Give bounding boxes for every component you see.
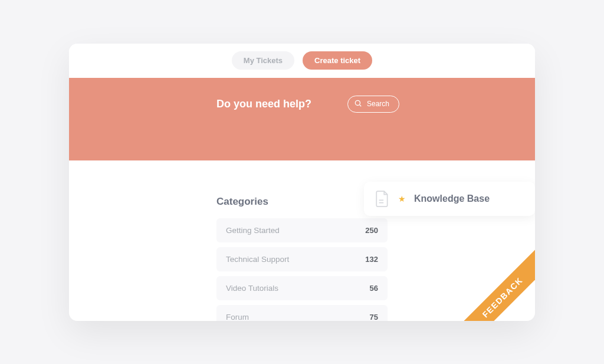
category-item-forum[interactable]: Forum 75	[216, 305, 388, 321]
search-button[interactable]: Search	[347, 96, 399, 113]
category-item-getting-started[interactable]: Getting Started 250	[216, 218, 388, 242]
top-nav: My Tickets Create ticket	[69, 44, 535, 78]
hero-inner: Do you need help? Search	[216, 96, 399, 113]
category-item-technical-support[interactable]: Technical Support 132	[216, 247, 388, 271]
category-name: Forum	[226, 313, 249, 321]
knowledge-base-title: Knowledge Base	[414, 194, 490, 204]
search-label: Search	[367, 100, 389, 108]
categories-heading: Categories	[216, 196, 388, 208]
feedback-ribbon[interactable]: FEEDBACK	[451, 246, 535, 321]
category-count: 250	[365, 226, 378, 235]
document-icon	[375, 190, 390, 208]
hero-banner: Do you need help? Search	[69, 78, 535, 160]
category-name: Getting Started	[226, 226, 280, 235]
main-body: ★ Knowledge Base Categories Getting Star…	[216, 160, 388, 321]
star-icon: ★	[398, 194, 406, 204]
help-center-card: My Tickets Create ticket Do you need hel…	[69, 44, 535, 321]
search-icon	[354, 99, 362, 109]
hero-title: Do you need help?	[216, 98, 311, 110]
category-count: 75	[370, 313, 378, 321]
svg-line-1	[360, 104, 362, 106]
category-name: Technical Support	[226, 255, 289, 264]
category-count: 132	[365, 255, 378, 264]
knowledge-base-card[interactable]: ★ Knowledge Base	[364, 182, 535, 216]
create-ticket-button[interactable]: Create ticket	[303, 51, 372, 70]
svg-point-0	[355, 100, 360, 105]
category-count: 56	[370, 284, 378, 293]
my-tickets-button[interactable]: My Tickets	[232, 51, 294, 70]
category-item-video-tutorials[interactable]: Video Tutorials 56	[216, 276, 388, 300]
category-name: Video Tutorials	[226, 284, 278, 293]
